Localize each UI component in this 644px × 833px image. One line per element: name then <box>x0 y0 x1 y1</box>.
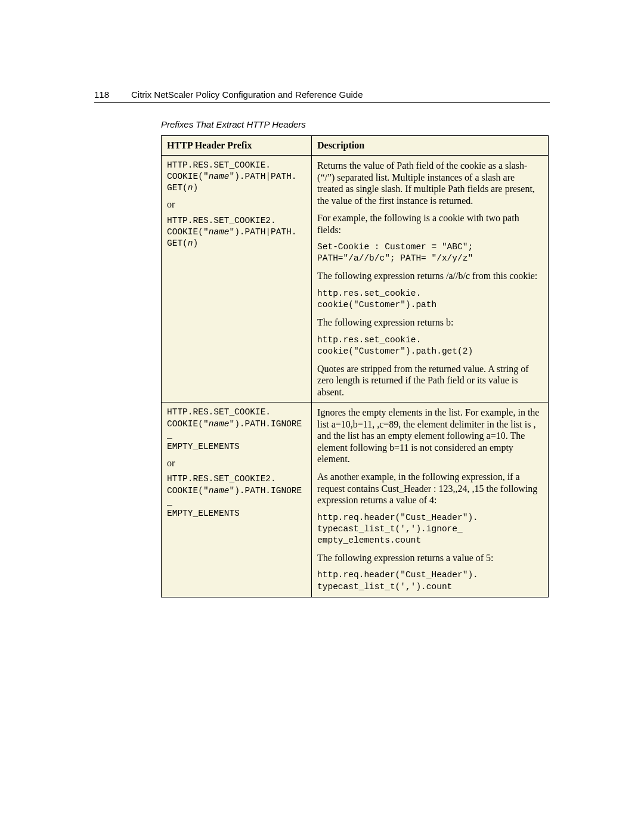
cell-prefix: HTTP.RES.SET_COOKIE. COOKIE("name").PATH… <box>162 156 312 402</box>
code-block: Set-Cookie : Customer = "ABC"; PATH="/a/… <box>317 241 543 264</box>
code-line: http.req.header("Cust_Header"). <box>317 569 543 581</box>
code-block: http.req.header("Cust_Header"). typecast… <box>317 512 543 546</box>
code-block: HTTP.RES.SET_COOKIE2. COOKIE("name").PAT… <box>167 215 306 249</box>
code-line: HTTP.RES.SET_COOKIE. <box>167 407 306 418</box>
cell-prefix: HTTP.RES.SET_COOKIE. COOKIE("name").PATH… <box>162 402 312 597</box>
col-header-prefix: HTTP Header Prefix <box>162 136 312 156</box>
code-line: typecast_list_t(',').count <box>317 581 543 593</box>
table-row: HTTP.RES.SET_COOKIE. COOKIE("name").PATH… <box>162 402 549 597</box>
desc-text: The following expression returns /a//b/c… <box>317 270 543 282</box>
code-line: HTTP.RES.SET_COOKIE2. <box>167 473 306 485</box>
cell-description: Returns the value of Path field of the c… <box>312 156 549 402</box>
code-line: COOKIE("name").PATH.IGNORE_ <box>167 419 306 441</box>
code-line: http.res.set_cookie. <box>317 288 543 299</box>
http-header-prefix-table: HTTP Header Prefix Description HTTP.RES.… <box>161 135 549 597</box>
or-separator: or <box>167 199 306 210</box>
code-line: COOKIE("name").PATH|PATH. <box>167 171 306 182</box>
desc-text: Quotes are stripped from the returned va… <box>317 363 543 398</box>
code-line: typecast_list_t(',').ignore_ <box>317 524 543 535</box>
code-line: empty_elements.count <box>317 535 543 546</box>
table-header-row: HTTP Header Prefix Description <box>162 136 549 156</box>
code-line: EMPTY_ELEMENTS <box>167 441 306 453</box>
code-block: HTTP.RES.SET_COOKIE. COOKIE("name").PATH… <box>167 160 306 194</box>
code-line: GET(n) <box>167 182 306 194</box>
code-line: GET(n) <box>167 238 306 249</box>
or-separator: or <box>167 457 306 469</box>
code-line: COOKIE("name").PATH|PATH. <box>167 227 306 238</box>
code-line: EMPTY_ELEMENTS <box>167 508 306 519</box>
table-caption: Prefixes That Extract HTTP Headers <box>161 119 550 129</box>
code-line: COOKIE("name").PATH.IGNORE_ <box>167 485 306 508</box>
table-row: HTTP.RES.SET_COOKIE. COOKIE("name").PATH… <box>162 156 549 402</box>
code-line: Set-Cookie : Customer = "ABC"; <box>317 241 543 253</box>
desc-text: The following expression returns b: <box>317 317 543 329</box>
page-header: 118 Citrix NetScaler Policy Configuratio… <box>94 89 550 103</box>
doc-title: Citrix NetScaler Policy Configuration an… <box>131 89 363 100</box>
code-line: http.req.header("Cust_Header"). <box>317 512 543 524</box>
code-block: http.res.set_cookie. cookie("Customer").… <box>317 288 543 311</box>
page-content: 118 Citrix NetScaler Policy Configuratio… <box>0 0 644 633</box>
page-number: 118 <box>94 89 118 100</box>
desc-text: For example, the following is a cookie w… <box>317 212 543 236</box>
desc-text: Returns the value of Path field of the c… <box>317 160 543 206</box>
col-header-description: Description <box>312 136 549 156</box>
code-line: http.res.set_cookie. <box>317 335 543 346</box>
desc-text: Ignores the empty elements in the list. … <box>317 407 543 465</box>
desc-text: As another example, in the following exp… <box>317 471 543 506</box>
code-line: PATH="/a//b/c"; PATH= "/x/y/z" <box>317 253 543 264</box>
code-block: http.res.set_cookie. cookie("Customer").… <box>317 335 543 357</box>
code-block: HTTP.RES.SET_COOKIE. COOKIE("name").PATH… <box>167 407 306 453</box>
code-line: HTTP.RES.SET_COOKIE. <box>167 160 306 171</box>
code-line: cookie("Customer").path <box>317 299 543 311</box>
code-line: HTTP.RES.SET_COOKIE2. <box>167 215 306 227</box>
code-line: cookie("Customer").path.get(2) <box>317 346 543 357</box>
code-block: http.req.header("Cust_Header"). typecast… <box>317 569 543 592</box>
code-block: HTTP.RES.SET_COOKIE2. COOKIE("name").PAT… <box>167 473 306 519</box>
desc-text: The following expression returns a value… <box>317 552 543 564</box>
cell-description: Ignores the empty elements in the list. … <box>312 402 549 597</box>
